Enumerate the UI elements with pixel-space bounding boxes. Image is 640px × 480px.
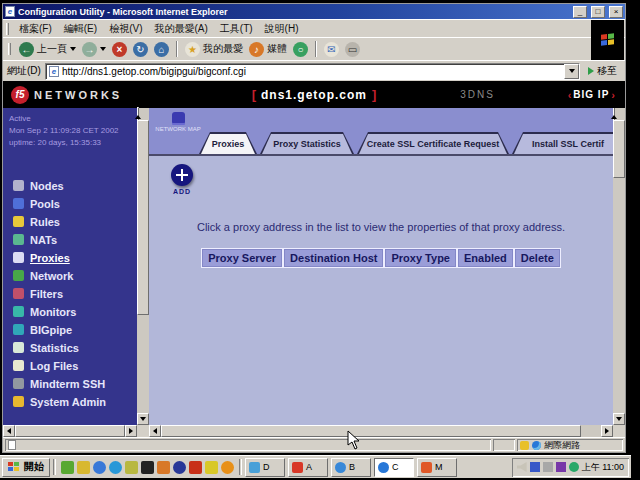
sidebar-item-mindterm-ssh[interactable]: Mindterm SSH — [13, 377, 149, 390]
status-date: Mon Sep 2 11:09:28 CET 2002 — [9, 125, 149, 137]
quicklaunch-icon-3[interactable] — [93, 461, 106, 474]
add-proxy-button[interactable]: ADD — [167, 164, 197, 195]
chevron-left-icon: ‹ — [568, 89, 572, 101]
taskbar-window-2[interactable]: A — [288, 458, 328, 477]
quicklaunch-icon-6[interactable] — [141, 461, 154, 474]
network-map-button[interactable]: NETWORK MAP — [155, 112, 201, 132]
quicklaunch-icon-2[interactable] — [77, 461, 90, 474]
hostname-display: [ dns1.getop.com ] — [252, 87, 377, 102]
sidebar-item-pools[interactable]: Pools — [13, 197, 149, 210]
column-header-proxy-type: Proxy Type — [384, 248, 457, 268]
print-button[interactable] — [343, 41, 362, 58]
sidebar-item-system-admin[interactable]: System Admin — [13, 395, 149, 408]
sidebar-item-monitors[interactable]: Monitors — [13, 305, 149, 318]
menu-file[interactable]: 檔案(F) — [13, 20, 58, 38]
taskbar-window-5[interactable]: M — [417, 458, 457, 477]
tray-icon-4[interactable] — [556, 462, 566, 472]
quicklaunch-icon-1[interactable] — [61, 461, 74, 474]
sidebar-item-network[interactable]: Network — [13, 269, 149, 282]
minimize-button[interactable]: _ — [573, 6, 587, 18]
tray-icon-2[interactable] — [530, 462, 540, 472]
scrollbar-thumb[interactable] — [613, 120, 625, 178]
status-progress-area — [493, 439, 515, 451]
scrollbar-track[interactable] — [581, 425, 601, 437]
media-button[interactable]: 媒體 — [247, 41, 289, 58]
sidebar-item-nodes[interactable]: Nodes — [13, 179, 149, 192]
scroll-left-arrow[interactable] — [149, 425, 161, 437]
title-bar[interactable]: e Configuration Utility - Microsoft Inte… — [3, 4, 625, 19]
quicklaunch-icon-8[interactable] — [173, 461, 186, 474]
go-button[interactable]: 移至 — [584, 63, 621, 79]
quicklaunch-icon-10[interactable] — [205, 461, 218, 474]
toolbar-grip[interactable] — [8, 43, 11, 55]
sidebar-item-bigpipe[interactable]: BIGpipe — [13, 323, 149, 336]
sidebar-vertical-scrollbar[interactable] — [137, 108, 149, 425]
scroll-right-arrow[interactable] — [601, 425, 613, 437]
sidebar-item-filters[interactable]: Filters — [13, 287, 149, 300]
tab-install-ssl-certificate[interactable]: Install SSL Certif — [512, 132, 613, 154]
taskbar-window-4-active[interactable]: C — [374, 458, 414, 477]
menubar-grip[interactable] — [6, 23, 9, 35]
chevron-down-icon — [569, 69, 575, 73]
sidebar-horizontal-scrollbar[interactable] — [3, 425, 137, 437]
address-input[interactable]: http://dns1.getop.com/bigipgui/bigconf.c… — [62, 66, 561, 77]
tray-icon-5[interactable] — [569, 462, 579, 472]
tab-proxy-statistics[interactable]: Proxy Statistics — [260, 132, 354, 154]
start-button[interactable]: 開始 — [2, 458, 50, 477]
forward-dropdown-icon[interactable] — [100, 47, 106, 51]
taskbar-clock[interactable]: 上午 11:00 — [582, 461, 624, 474]
sidebar-item-log-files[interactable]: Log Files — [13, 359, 149, 372]
scrollbar-thumb[interactable] — [161, 425, 581, 437]
scrollbar-corner — [137, 425, 149, 437]
sidebar-item-rules[interactable]: Rules — [13, 215, 149, 228]
scroll-down-arrow[interactable] — [613, 413, 625, 425]
tab-proxies[interactable]: Proxies — [199, 132, 257, 154]
content-horizontal-scrollbar[interactable] — [149, 425, 613, 437]
favorites-button[interactable]: 我的最愛 — [183, 41, 245, 58]
pools-icon — [13, 198, 24, 209]
quick-launch-bar — [59, 461, 236, 474]
monitors-icon — [13, 306, 24, 317]
volume-icon[interactable] — [517, 462, 527, 472]
menu-tools[interactable]: 工具(T) — [214, 20, 259, 38]
sidebar-item-proxies[interactable]: Proxies — [13, 251, 149, 264]
quicklaunch-icon-7[interactable] — [157, 461, 170, 474]
back-button[interactable]: 上一頁 — [17, 41, 78, 58]
menu-favorites[interactable]: 我的最愛(A) — [148, 20, 213, 38]
favorites-label: 我的最愛 — [203, 42, 243, 56]
quicklaunch-icon-9[interactable] — [189, 461, 202, 474]
sidebar-item-statistics[interactable]: Statistics — [13, 341, 149, 354]
restore-button[interactable]: □ — [591, 6, 605, 18]
home-button[interactable] — [152, 41, 171, 58]
back-dropdown-icon[interactable] — [70, 47, 76, 51]
taskbar-window-1[interactable]: D — [245, 458, 285, 477]
sidebar-item-nats[interactable]: NATs — [13, 233, 149, 246]
proxies-icon — [13, 252, 24, 263]
browser-window: e Configuration Utility - Microsoft Inte… — [2, 3, 626, 453]
close-button[interactable]: × — [609, 6, 623, 18]
menu-bar: 檔案(F) 編輯(E) 檢視(V) 我的最愛(A) 工具(T) 說明(H) — [3, 19, 625, 37]
scroll-down-arrow[interactable] — [137, 413, 149, 425]
stop-button[interactable] — [110, 41, 129, 58]
taskbar-window-3[interactable]: B — [331, 458, 371, 477]
tab-create-ssl-certificate-request[interactable]: Create SSL Certificate Request — [357, 132, 509, 154]
menu-edit[interactable]: 編輯(E) — [58, 20, 103, 38]
document-icon — [8, 440, 16, 450]
mail-button[interactable] — [322, 41, 341, 58]
tray-icon-3[interactable] — [543, 462, 553, 472]
scroll-left-arrow[interactable] — [3, 425, 15, 437]
quicklaunch-icon-5[interactable] — [125, 461, 138, 474]
refresh-button[interactable] — [131, 41, 150, 58]
menu-help[interactable]: 說明(H) — [259, 20, 305, 38]
history-button[interactable] — [291, 41, 310, 58]
scroll-right-arrow[interactable] — [125, 425, 137, 437]
scrollbar-thumb[interactable] — [15, 425, 125, 437]
forward-button[interactable] — [80, 41, 108, 58]
menu-view[interactable]: 檢視(V) — [103, 20, 148, 38]
quicklaunch-icon-4[interactable] — [109, 461, 122, 474]
address-combo[interactable]: e http://dns1.getop.com/bigipgui/bigconf… — [45, 63, 580, 80]
scrollbar-thumb[interactable] — [137, 120, 149, 315]
quicklaunch-icon-11[interactable] — [221, 461, 234, 474]
content-vertical-scrollbar[interactable] — [613, 108, 625, 425]
address-dropdown-button[interactable] — [564, 64, 579, 79]
